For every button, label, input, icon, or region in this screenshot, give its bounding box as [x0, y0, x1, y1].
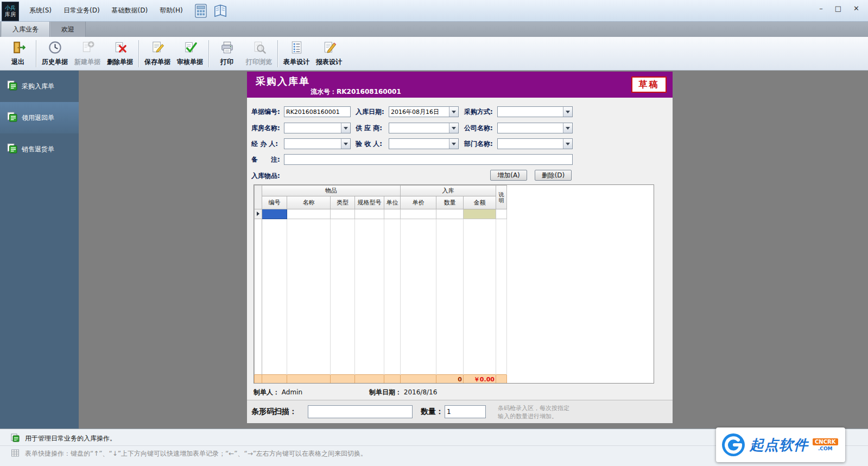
sidebar-item-requisition-return[interactable]: 领用退回单	[0, 102, 79, 133]
chevron-down-icon[interactable]	[341, 123, 350, 133]
chevron-down-icon[interactable]	[449, 139, 458, 149]
remark-input[interactable]	[284, 154, 573, 165]
supplier-value	[389, 123, 449, 133]
close-button[interactable]: ✕	[853, 4, 859, 12]
sidebar-item-label: 采购入库单	[22, 82, 54, 91]
note-char-1: 说	[499, 191, 504, 197]
print-button[interactable]: 打印	[211, 38, 243, 69]
barcode-note-line1: 条码枪录入区，每次按指定	[498, 404, 595, 412]
new-doc-plus-icon	[80, 40, 95, 56]
doc-no-input[interactable]	[284, 106, 351, 117]
form-list-icon	[289, 40, 304, 56]
statusbar-text2: 表单快捷操作：键盘的“↑”、“↓”上下方向键可以快速增加表单记录；“←”、“→”…	[25, 449, 367, 458]
history-docs-button[interactable]: 历史单据	[39, 38, 71, 69]
save-doc-button[interactable]: 保存单据	[141, 38, 174, 69]
statusbar-text1: 用于管理日常业务的入库操作。	[25, 434, 116, 443]
form-design-button[interactable]: 表单设计	[280, 38, 313, 69]
inbound-items-label: 入库物品:	[251, 170, 280, 181]
sidebar-item-sales-return[interactable]: 销售退货单	[0, 133, 79, 165]
selected-cell-code[interactable]	[262, 209, 287, 219]
cell-qty[interactable]	[436, 209, 464, 219]
toolbar-separator	[277, 40, 278, 67]
handler-combo[interactable]	[284, 138, 351, 149]
delete-row-button[interactable]: 删除(D)	[535, 170, 572, 181]
menu-system[interactable]: 系统(S)	[23, 3, 58, 18]
chevron-down-icon[interactable]	[563, 107, 572, 117]
tab-welcome[interactable]: 欢迎	[50, 22, 86, 37]
supplier-combo[interactable]	[389, 123, 459, 133]
barcode-note: 条码枪录入区，每次按指定 输入的数量进行增加。	[498, 404, 595, 421]
barcode-bar: 条形码扫描： 数量： 条码枪录入区，每次按指定 输入的数量进行增加。	[247, 400, 673, 423]
new-doc-label: 新建单据	[74, 58, 100, 67]
watermark-badge-top: CNCRK	[813, 438, 838, 445]
add-row-button[interactable]: 增加(A)	[490, 170, 527, 181]
chevron-down-icon[interactable]	[563, 139, 572, 149]
cell-unit[interactable]	[384, 209, 401, 219]
delete-x-icon	[113, 40, 128, 56]
serial-value: RK201608160001	[337, 88, 401, 95]
inspector-label: 验 收 人:	[356, 138, 382, 149]
chevron-down-icon[interactable]	[449, 123, 458, 133]
chevron-down-icon[interactable]	[563, 123, 572, 133]
menu-daily-business[interactable]: 日常业务(D)	[58, 3, 106, 18]
main-content: 采购入库单 流水号：RK201608160001 草稿 单据编号: 入库日期: …	[79, 71, 868, 429]
items-grid[interactable]: 物品 入库 说明 编号 名称 类型 规格型号 单位 单价 数量	[254, 184, 654, 384]
handler-label: 经 办 人:	[251, 138, 278, 149]
minimize-button[interactable]: –	[819, 4, 823, 12]
group-header-inbound: 入库	[401, 186, 496, 196]
chevron-down-icon[interactable]	[341, 139, 350, 149]
cell-price[interactable]	[401, 209, 436, 219]
print-preview-label: 打印浏览	[246, 58, 272, 67]
watermark-badge: CNCRK .COM	[813, 438, 838, 451]
creator-label: 制单人：	[254, 388, 280, 396]
column-header-note: 说明	[496, 186, 507, 209]
menu-help[interactable]: 帮助(H)	[154, 3, 188, 18]
creator-line: 制单人： Admin 制单日期： 2016/8/16	[254, 388, 302, 397]
maximize-button[interactable]: □	[835, 4, 841, 12]
notebook-icon[interactable]	[213, 3, 228, 18]
department-combo[interactable]	[497, 138, 573, 149]
inbound-date-combo[interactable]: 2016年08月16日	[389, 106, 459, 117]
menu-base-data[interactable]: 基础数据(D)	[106, 3, 154, 18]
print-preview-button: 打印浏览	[243, 38, 275, 69]
column-header-spec: 规格型号	[355, 196, 384, 209]
barcode-scan-input[interactable]	[308, 405, 413, 418]
green-grid-icon	[11, 433, 20, 444]
cell-spec[interactable]	[355, 209, 384, 219]
cell-name[interactable]	[287, 209, 331, 219]
calculator-icon[interactable]	[193, 3, 208, 18]
barcode-qty-input[interactable]	[445, 405, 486, 418]
remark-label: 备 注:	[251, 154, 280, 165]
audit-doc-button[interactable]: 审核单据	[174, 38, 206, 69]
exit-door-icon	[11, 40, 26, 56]
green-form-icon	[7, 112, 17, 124]
report-design-button[interactable]: 报表设计	[313, 38, 345, 69]
exit-button[interactable]: 退出	[2, 38, 34, 69]
grid-data-row[interactable]	[255, 209, 507, 219]
green-check-icon	[183, 40, 198, 56]
inspector-combo[interactable]	[389, 138, 459, 149]
warehouse-combo[interactable]	[284, 123, 351, 133]
cell-note[interactable]	[496, 209, 507, 219]
sidebar-item-purchase-inbound[interactable]: 采购入库单	[0, 71, 79, 102]
tab-inbound-business[interactable]: 入库业务	[1, 22, 50, 37]
purchase-mode-label: 采购方式:	[464, 106, 493, 117]
watermark-brand: 起点软件	[750, 436, 808, 455]
green-form-icon	[7, 80, 17, 92]
toolbar-separator	[138, 40, 139, 67]
cell-type[interactable]	[331, 209, 355, 219]
delete-doc-button[interactable]: 删除单据	[104, 38, 136, 69]
doc-no-label: 单据编号:	[251, 106, 280, 117]
create-date-label: 制单日期：	[369, 388, 402, 396]
column-header-qty: 数量	[436, 196, 464, 209]
column-header-name: 名称	[287, 196, 331, 209]
save-doc-label: 保存单据	[144, 58, 170, 67]
barcode-note-line2: 输入的数量进行增加。	[498, 412, 595, 420]
form-header: 采购入库单 流水号：RK201608160001 草稿	[247, 72, 673, 98]
purchase-mode-combo[interactable]	[497, 106, 573, 117]
company-combo[interactable]	[497, 123, 573, 133]
inbound-date-label: 入库日期:	[356, 106, 384, 117]
chevron-down-icon[interactable]	[449, 107, 458, 117]
row-selector-arrow-icon	[255, 209, 262, 219]
grid-empty-area	[255, 219, 507, 375]
